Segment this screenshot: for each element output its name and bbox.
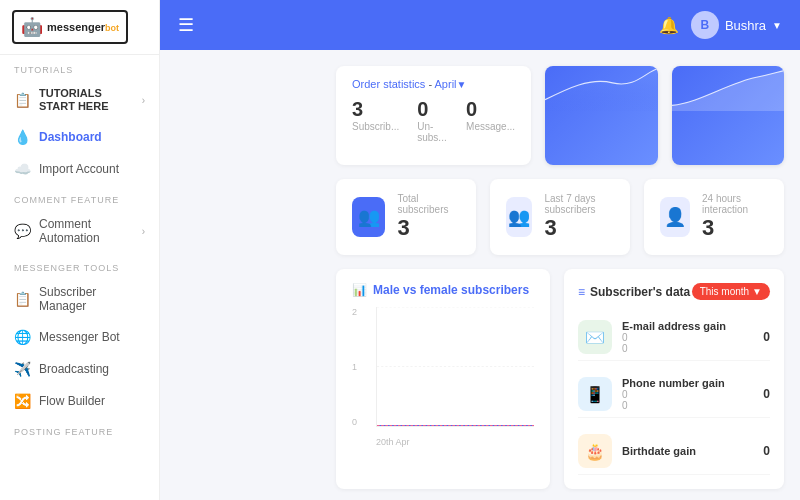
phone-count: 0 [763, 387, 770, 401]
chart-card: 📊 Male vs female subscribers 2 1 0 [336, 269, 550, 489]
total-sub-value: 3 [397, 215, 460, 241]
chevron-icon: › [142, 226, 145, 237]
blue-wave-card-2 [672, 66, 785, 165]
username-label: Bushra [725, 18, 766, 33]
total-sub-label: Total subscribers [397, 193, 460, 215]
month-dropdown-icon: ▼ [457, 79, 467, 90]
logo-box: 🤖 messengerbot [12, 10, 128, 44]
broadcasting-icon: ✈️ [14, 361, 31, 377]
logo-text: messengerbot [47, 21, 119, 34]
sidebar-item-label: Subscriber Manager [39, 285, 145, 313]
flow-builder-icon: 🔀 [14, 393, 31, 409]
subscribers-count: 3 [352, 98, 399, 121]
messages-label: Message... [466, 121, 515, 132]
sidebar-item-subscriber-manager[interactable]: 📋 Subscriber Manager [0, 277, 159, 321]
comment-icon: 💬 [14, 223, 31, 239]
unsubs-count: 0 [417, 98, 448, 121]
chart-icon: 📊 [352, 283, 367, 297]
chart-title: 📊 Male vs female subscribers [352, 283, 534, 297]
birthdate-title: Birthdate gain [622, 445, 753, 457]
24h-value: 3 [702, 215, 768, 241]
sidebar-item-label: Flow Builder [39, 394, 105, 408]
messages-count: 0 [466, 98, 515, 121]
sidebar-item-dashboard[interactable]: 💧 Dashboard [0, 121, 159, 153]
filter-dropdown-icon: ▼ [752, 286, 762, 297]
sidebar-item-label: Dashboard [39, 130, 102, 144]
tutorials-icon: 📋 [14, 92, 31, 108]
last7-subscribers-card: 👥 Last 7 days subscribers 3 [490, 179, 630, 255]
logo-icon: 🤖 [21, 16, 43, 38]
total-sub-icon: 👥 [352, 197, 385, 237]
24h-icon: 👤 [660, 197, 690, 237]
birthdate-info: Birthdate gain [622, 445, 753, 457]
last7-value: 3 [544, 215, 614, 241]
phone-title: Phone number gain [622, 377, 753, 389]
sidebar-item-broadcasting[interactable]: ✈️ Broadcasting [0, 353, 159, 385]
chevron-icon: › [142, 95, 145, 106]
order-stat-title: Order statistics - April▼ [352, 78, 515, 90]
email-data-item: ✉️ E-mail address gain 0 0 0 [578, 314, 770, 361]
main-content: Order statistics - April▼ 3 Subscrib... … [320, 50, 800, 500]
sidebar-section-tutorials: TUTORIALS [0, 55, 159, 79]
phone-info: Phone number gain 0 0 [622, 377, 753, 411]
this-month-button[interactable]: This month ▼ [692, 283, 770, 300]
email-vals: 0 0 [622, 332, 753, 354]
subscriber-manager-icon: 📋 [14, 291, 31, 307]
subscriber-data-title: ≡ Subscriber's data [578, 285, 690, 299]
sidebar-item-label: TUTORIALS START HERE [39, 87, 134, 113]
sidebar: 🤖 messengerbot TUTORIALS 📋 TUTORIALS STA… [0, 0, 160, 500]
order-numbers: 3 Subscrib... 0 Un-subs... 0 Message... [352, 98, 515, 143]
sidebar-item-import-account[interactable]: ☁️ Import Account [0, 153, 159, 185]
order-num-unsubs: 0 Un-subs... [417, 98, 448, 143]
last7-info: Last 7 days subscribers 3 [544, 193, 614, 241]
topbar: ☰ 🔔 B Bushra ▼ [160, 0, 800, 50]
birthdate-data-item: 🎂 Birthdate gain 0 [578, 428, 770, 475]
total-subscribers-card: 👥 Total subscribers 3 [336, 179, 476, 255]
email-title: E-mail address gain [622, 320, 753, 332]
user-dropdown-icon: ▼ [772, 20, 782, 31]
24h-interaction-card: 👤 24 hours interaction 3 [644, 179, 784, 255]
sidebar-section-posting: POSTING FEATURE [0, 417, 159, 441]
email-icon: ✉️ [578, 320, 612, 354]
dashboard-icon: 💧 [14, 129, 31, 145]
chart-area: 2 1 0 20th Apr [352, 307, 534, 447]
sidebar-item-tutorials-start[interactable]: 📋 TUTORIALS START HERE › [0, 79, 159, 121]
blue-wave-card-1 [545, 66, 658, 165]
avatar: B [691, 11, 719, 39]
24h-info: 24 hours interaction 3 [702, 193, 768, 241]
y-label-2: 2 [352, 307, 372, 317]
order-num-messages: 0 Message... [466, 98, 515, 143]
sub-cards-row: 👥 Total subscribers 3 👥 Last 7 days subs… [336, 179, 784, 255]
title-icon: ≡ [578, 285, 585, 299]
sidebar-item-flow-builder[interactable]: 🔀 Flow Builder [0, 385, 159, 417]
chart-yaxis: 2 1 0 [352, 307, 372, 427]
last7-icon: 👥 [506, 197, 532, 237]
email-info: E-mail address gain 0 0 [622, 320, 753, 354]
phone-data-item: 📱 Phone number gain 0 0 0 [578, 371, 770, 418]
sidebar-item-comment-automation[interactable]: 💬 Comment Automation › [0, 209, 159, 253]
chart-inner [376, 307, 534, 427]
right-panel-header: ≡ Subscriber's data This month ▼ [578, 283, 770, 300]
import-icon: ☁️ [14, 161, 31, 177]
subscriber-data-panel: ≡ Subscriber's data This month ▼ ✉️ E-ma… [564, 269, 784, 489]
sidebar-item-label: Messenger Bot [39, 330, 120, 344]
order-num-subscribers: 3 Subscrib... [352, 98, 399, 143]
sidebar-item-label: Import Account [39, 162, 119, 176]
total-sub-info: Total subscribers 3 [397, 193, 460, 241]
month-link[interactable]: April [435, 78, 457, 90]
unsubs-label: Un-subs... [417, 121, 448, 143]
sidebar-logo: 🤖 messengerbot [0, 0, 159, 55]
sidebar-item-messenger-bot[interactable]: 🌐 Messenger Bot [0, 321, 159, 353]
hamburger-icon[interactable]: ☰ [178, 14, 194, 36]
order-stats-card: Order statistics - April▼ 3 Subscrib... … [336, 66, 531, 165]
stats-row: Order statistics - April▼ 3 Subscrib... … [336, 66, 784, 165]
last7-label: Last 7 days subscribers [544, 193, 614, 215]
email-count: 0 [763, 330, 770, 344]
chart-xaxis: 20th Apr [376, 435, 410, 447]
bell-icon[interactable]: 🔔 [659, 16, 679, 35]
y-label-0: 0 [352, 417, 372, 427]
topbar-user[interactable]: B Bushra ▼ [691, 11, 782, 39]
sidebar-item-label: Broadcasting [39, 362, 109, 376]
phone-icon: 📱 [578, 377, 612, 411]
phone-vals: 0 0 [622, 389, 753, 411]
